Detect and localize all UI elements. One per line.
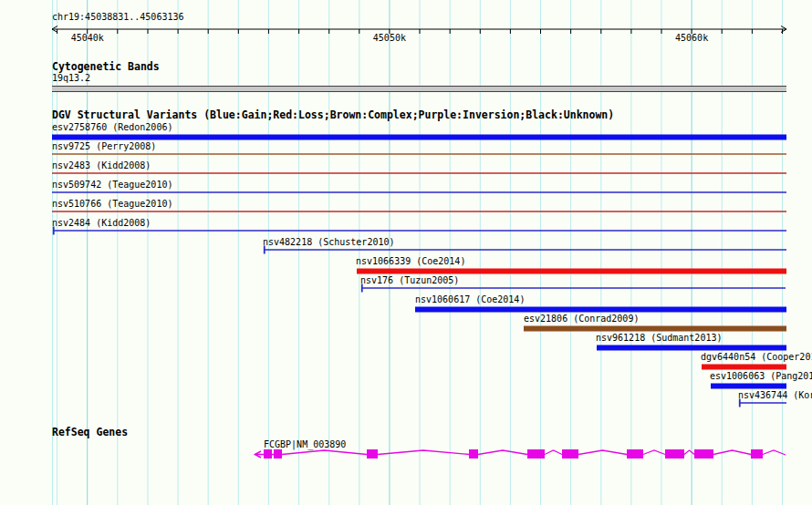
cytoband-bar[interactable] <box>52 86 786 92</box>
gene-exon[interactable] <box>751 449 763 459</box>
refseq-genes-header: RefSeq Genes <box>52 427 128 438</box>
variant-label: esv2758760 (Redon2006) <box>52 122 172 133</box>
gene-exon[interactable] <box>264 449 272 459</box>
variant-label: nsv9725 (Perry2008) <box>52 141 156 152</box>
gene-exon[interactable] <box>627 449 643 459</box>
variant-bar[interactable] <box>597 345 786 351</box>
variant-label: nsv176 (Tuzun2005) <box>360 275 459 286</box>
variant-bar[interactable] <box>415 307 786 313</box>
variant-bar[interactable] <box>702 365 786 370</box>
variant-label: dgv6440n54 (Cooper2011) <box>701 352 812 363</box>
variant-label: nsv436744 (Korbel2007) <box>738 390 812 401</box>
gene-exon[interactable] <box>527 449 545 459</box>
variant-label: nsv961218 (Sudmant2013) <box>596 333 722 344</box>
variant-label: esv21806 (Conrad2009) <box>524 314 639 325</box>
variant-label: nsv510766 (Teague2010) <box>52 199 172 210</box>
variant-label: esv1006063 (Pang2010) <box>710 371 812 382</box>
variant-label: nsv1066339 (Coe2014) <box>356 256 465 267</box>
region-coordinates: chr19:45038831..45063136 <box>52 12 184 23</box>
dgv-track-header: DGV Structural Variants (Blue:Gain;Red:L… <box>52 109 614 121</box>
ruler-coordinate-label: 45060k <box>675 33 708 44</box>
variant-label: nsv482218 (Schuster2010) <box>263 237 395 248</box>
variant-bar[interactable] <box>524 326 786 332</box>
variant-bar[interactable] <box>52 135 786 140</box>
ruler-coordinate-label: 45040k <box>71 33 104 44</box>
variant-bar[interactable] <box>711 384 786 389</box>
cytogenetic-bands-header: Cytogenetic Bands <box>52 61 160 73</box>
variant-bar[interactable] <box>357 269 786 274</box>
cytoband-name: 19q13.2 <box>52 73 90 84</box>
gene-name-label: FCGBP|NM_003890 <box>264 439 346 450</box>
gene-exon[interactable] <box>367 449 378 459</box>
ruler-coordinate-label: 45050k <box>373 33 406 44</box>
gene-exon[interactable] <box>665 449 684 459</box>
gene-exon[interactable] <box>694 449 713 459</box>
gene-exon[interactable] <box>469 449 478 459</box>
variant-label: nsv2483 (Kidd2008) <box>52 160 151 171</box>
genome-browser-view: { "colors": { "background": "#fbfef7", "… <box>0 0 812 505</box>
variant-label: nsv2484 (Kidd2008) <box>52 218 151 229</box>
gene-exon[interactable] <box>274 449 282 459</box>
variant-label: nsv1060617 (Coe2014) <box>415 294 525 305</box>
variant-label: nsv509742 (Teague2010) <box>52 180 172 191</box>
gene-exon[interactable] <box>562 449 578 459</box>
